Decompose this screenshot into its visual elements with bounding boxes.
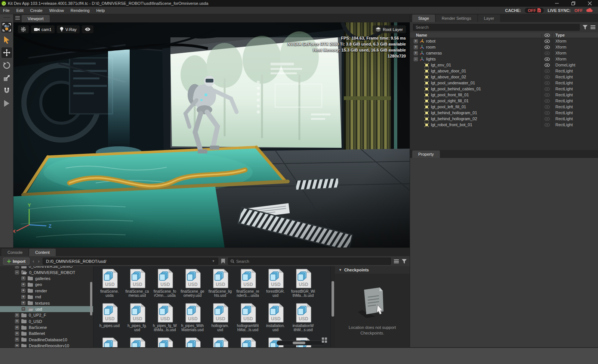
visibility-eye-icon[interactable] xyxy=(545,75,550,79)
tab-console[interactable]: Console xyxy=(1,249,28,256)
tab-layer[interactable]: Layer xyxy=(478,15,500,22)
root-layer-button[interactable]: Root Layer xyxy=(373,25,406,33)
menu-edit[interactable]: Edit xyxy=(16,8,24,13)
file-item[interactable]: USD xyxy=(234,336,262,348)
expand-icon[interactable]: + xyxy=(15,332,19,336)
file-item[interactable]: USDh_pipes.usd xyxy=(96,302,123,336)
stage-row[interactable]: lgt_pool_front_fill_01RectLight xyxy=(410,92,598,98)
file-item[interactable]: USDinstallationW ithM...s.usd xyxy=(289,302,317,336)
visibility-eye-icon[interactable] xyxy=(545,81,550,85)
tab-stage[interactable]: Stage xyxy=(412,15,435,22)
folder-row[interactable]: +galleries xyxy=(0,276,93,281)
expand-icon[interactable]: + xyxy=(414,51,418,55)
expand-icon[interactable]: + xyxy=(414,39,418,43)
panel-menu-icon[interactable] xyxy=(13,16,22,22)
play-button[interactable] xyxy=(1,98,12,109)
folder-row[interactable]: +DeadlineDatabase10 xyxy=(0,337,93,343)
expand-icon[interactable]: + xyxy=(21,295,25,299)
file-item[interactable]: USD xyxy=(179,336,206,348)
file-item[interactable]: USDh_pipes_fg. usd xyxy=(123,302,151,336)
file-item[interactable]: USDfinalScene_lig hts.usd xyxy=(206,267,234,302)
filter-icon[interactable] xyxy=(583,25,588,29)
tab-viewport[interactable]: Viewport xyxy=(22,15,50,22)
path-dropdown-icon[interactable]: ▼ xyxy=(212,259,215,263)
expand-icon[interactable]: + xyxy=(15,313,19,317)
file-item[interactable]: USD xyxy=(151,336,179,348)
tab-render-settings[interactable]: Render Settings xyxy=(436,15,477,22)
stage-row[interactable]: lgt_behind_hollogram_02RectLight xyxy=(410,116,598,122)
menu-help[interactable]: Help xyxy=(96,8,105,13)
file-item[interactable]: USD xyxy=(96,336,123,348)
visibility-eye-icon[interactable] xyxy=(545,93,550,97)
stage-row[interactable]: lgt_behind_hollogram_01RectLight xyxy=(410,110,598,116)
expand-icon[interactable]: + xyxy=(15,326,19,330)
stage-row[interactable]: lgt_above_door_02RectLight xyxy=(410,74,598,80)
stage-row[interactable]: +robotXform xyxy=(410,38,598,44)
menu-file[interactable]: File xyxy=(3,8,10,13)
viewport[interactable]: Y Z X cam1 V-Ray Root Layer xyxy=(13,22,410,248)
folder-row[interactable]: −usd xyxy=(0,306,93,312)
stage-row[interactable]: +camerasXform xyxy=(410,50,598,56)
bookmark-icon[interactable] xyxy=(221,259,225,264)
visibility-eye-icon[interactable] xyxy=(545,40,550,43)
renderer-selector-button[interactable]: V-Ray xyxy=(57,25,80,33)
livesync-cloud-icon[interactable] xyxy=(586,8,593,12)
grid-view-icon[interactable] xyxy=(322,337,328,343)
folder-tree-scrollbar[interactable] xyxy=(90,282,92,315)
visibility-eye-icon[interactable] xyxy=(545,111,550,115)
visibility-eye-icon[interactable] xyxy=(545,63,550,67)
collapse-icon[interactable]: − xyxy=(21,307,25,311)
folder-row[interactable]: +geo xyxy=(0,281,93,287)
stage-row[interactable]: lgt_pool_left_fill_01RectLight xyxy=(410,104,598,110)
stage-row[interactable]: +roomXform xyxy=(410,44,598,50)
file-item[interactable]: USDforestBGR_Wi thMa...ls.usd xyxy=(289,267,317,302)
file-item[interactable]: USDfinalScene_fo rOmn....usda xyxy=(151,267,179,302)
snap-tool-button[interactable] xyxy=(1,85,12,96)
scale-tool-button[interactable] xyxy=(1,73,12,83)
cache-toggle[interactable]: OFF xyxy=(525,8,544,13)
file-item[interactable]: USDfinalScene. usda xyxy=(96,267,123,302)
folder-row[interactable]: +BarScene xyxy=(0,324,93,330)
file-item[interactable]: USDinstallation. usd xyxy=(262,302,289,336)
folder-row[interactable]: +0_USD xyxy=(0,318,93,324)
visibility-menu-button[interactable] xyxy=(82,25,93,33)
expand-icon[interactable]: + xyxy=(21,283,25,287)
collapse-caret-icon[interactable]: ▼ xyxy=(339,268,342,272)
options-menu-icon[interactable] xyxy=(591,25,595,29)
expand-icon[interactable]: + xyxy=(21,301,25,305)
column-type[interactable]: Type xyxy=(552,33,598,37)
file-item[interactable]: USDhollogram. usd xyxy=(206,302,234,336)
collapse-icon[interactable]: − xyxy=(414,57,418,61)
file-item[interactable]: USDh_pipes_fg_W ithMa...ls.usd xyxy=(151,302,179,336)
rotate-tool-button[interactable] xyxy=(1,60,12,71)
expand-icon[interactable]: + xyxy=(414,45,418,49)
minimize-button[interactable] xyxy=(549,0,565,7)
visibility-eye-icon[interactable] xyxy=(545,57,550,61)
nav-forward-icon[interactable]: › xyxy=(38,258,40,264)
stage-row[interactable]: lgt_pool_underwater_01RectLight xyxy=(410,80,598,86)
file-item[interactable]: USDhollogramWit hMat...ls.usd xyxy=(234,302,262,336)
expand-icon[interactable]: + xyxy=(15,337,19,342)
menu-window[interactable]: Window xyxy=(49,8,64,13)
file-item[interactable]: USDfinalScene_ge ometry.usd xyxy=(179,267,206,302)
stage-row[interactable]: lgt_pool_right_fill_01RectLight xyxy=(410,98,598,104)
toolbar-drag-handle[interactable] xyxy=(3,17,10,18)
move-tool-button[interactable] xyxy=(1,47,12,58)
stage-row[interactable]: −lightsXform xyxy=(410,56,598,62)
tab-property[interactable]: Property xyxy=(412,150,440,158)
viewport-settings-button[interactable] xyxy=(18,25,29,33)
nav-back-icon[interactable]: ‹ xyxy=(33,258,34,264)
view-options-icon[interactable] xyxy=(394,259,399,263)
file-item[interactable]: USDfinalScene_re nderS....usda xyxy=(234,267,262,302)
file-item[interactable]: USDfinalScene_ca meras.usd xyxy=(123,267,151,302)
file-item[interactable]: USD xyxy=(206,336,234,348)
visibility-eye-icon[interactable] xyxy=(545,46,550,49)
expand-icon[interactable]: + xyxy=(15,266,19,268)
select-arrow-button[interactable] xyxy=(1,35,12,45)
stage-row[interactable]: lgt_above_door_01RectLight xyxy=(410,68,598,74)
visibility-eye-icon[interactable] xyxy=(545,105,550,109)
selection-mode-button[interactable] xyxy=(1,22,12,32)
horizontal-scrollbar[interactable] xyxy=(277,340,325,345)
folder-row[interactable]: +0_OMNIVERSE_DEMO xyxy=(0,266,93,269)
folder-row[interactable]: +0_UP2_F xyxy=(0,312,93,318)
